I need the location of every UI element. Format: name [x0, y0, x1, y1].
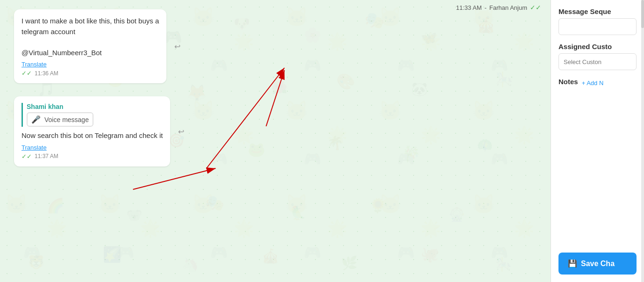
select-customer-input[interactable] [558, 53, 637, 70]
header-separator: - [485, 4, 487, 11]
notes-header: Notes + Add N [558, 78, 637, 88]
notes-title: Notes [558, 78, 578, 86]
message-meta-1: ✓✓ 11:36 AM [21, 70, 159, 77]
voice-icon: 🎤 [31, 115, 41, 124]
scrollbar[interactable] [641, 0, 644, 282]
header-timestamp: 11:33 AM [456, 4, 482, 11]
save-button-label: Save Cha [581, 260, 615, 268]
message-username: Shami khan [27, 103, 163, 110]
msg1-checks: ✓✓ [21, 70, 32, 77]
notes-section: Notes + Add N [558, 78, 637, 88]
voice-text: Voice message [44, 116, 89, 123]
save-button[interactable]: 💾 Save Cha [558, 253, 637, 275]
msg2-time: 11:37 AM [35, 153, 58, 159]
header-sender: Farhan Anjum [489, 4, 527, 11]
message-meta-2: ✓✓ 11:37 AM [21, 153, 163, 160]
reply-icon-1[interactable]: ↩ [174, 42, 180, 51]
message-sequence-section: Message Seque [558, 7, 637, 35]
right-sidebar: Message Seque Assigned Custo Notes + Add… [551, 0, 644, 282]
message-header: 11:33 AM - Farhan Anjum ✓✓ [456, 0, 541, 15]
header-checks: ✓✓ [530, 4, 541, 11]
translate-link-2[interactable]: Translate [21, 144, 163, 151]
add-note-link[interactable]: + Add N [582, 80, 604, 87]
scroll-thumb[interactable] [641, 0, 644, 28]
chat-area: 🐱 ⭐ 🎮 🐶 🌸 🎭 🦋 🎪 🎵 🌙 🦊 🌺 🎨 🐼 🎠 🌊 🦁 🎯 🐸 🌴 … [0, 0, 551, 282]
voice-message: 🎤 Voice message [27, 112, 93, 127]
message-sequence-title: Message Seque [558, 7, 637, 15]
save-icon: 💾 [568, 259, 577, 268]
sender-border: Shami khan 🎤 Voice message [21, 103, 163, 127]
assigned-customer-section: Assigned Custo [558, 43, 637, 70]
chat-messages: I want to make a bot like this, this bot… [0, 0, 551, 282]
message-text-2: Now search this bot on Telegram and chec… [21, 130, 163, 141]
msg1-time: 11:36 AM [35, 70, 58, 77]
translate-link-1[interactable]: Translate [21, 61, 159, 68]
msg2-checks: ✓✓ [21, 153, 32, 160]
message-sequence-input[interactable] [558, 18, 637, 35]
assigned-customer-title: Assigned Custo [558, 43, 637, 51]
message-bubble-1: I want to make a bot like this, this bot… [14, 9, 166, 83]
message-bubble-2: Shami khan 🎤 Voice message Now search th… [14, 96, 170, 166]
message-text-1: I want to make a bot like this, this bot… [21, 16, 159, 58]
reply-icon-2[interactable]: ↩ [178, 127, 184, 136]
